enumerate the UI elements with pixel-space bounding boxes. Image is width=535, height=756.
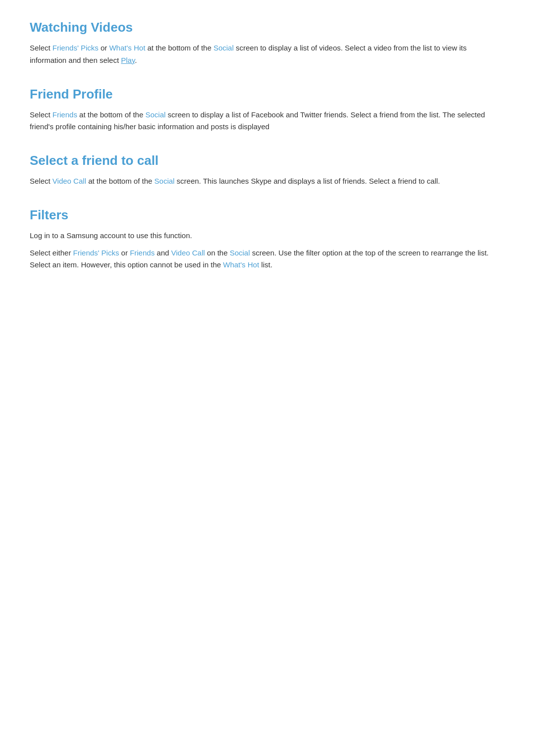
highlight-text: Video Call — [171, 249, 205, 257]
section-friend-profile: Friend ProfileSelect Friends at the bott… — [30, 87, 505, 134]
page-content: Watching VideosSelect Friends' Picks or … — [30, 20, 505, 271]
highlight-text: Social — [214, 44, 234, 52]
paragraph-friend-profile-0: Select Friends at the bottom of the Soci… — [30, 109, 505, 134]
section-title-friend-profile: Friend Profile — [30, 87, 505, 102]
highlight-text: Social — [155, 177, 175, 185]
highlight-text: Friends' Picks — [73, 249, 119, 257]
section-watching-videos: Watching VideosSelect Friends' Picks or … — [30, 20, 505, 67]
highlight-text: What's Hot — [109, 44, 145, 52]
section-body-watching-videos: Select Friends' Picks or What's Hot at t… — [30, 42, 505, 67]
paragraph-watching-videos-0: Select Friends' Picks or What's Hot at t… — [30, 42, 505, 67]
section-body-filters: Log in to a Samsung account to use this … — [30, 230, 505, 271]
highlight-text: Friends' Picks — [53, 44, 99, 52]
highlight-text: Video Call — [53, 177, 86, 185]
highlight-play-text: Play — [121, 56, 135, 64]
section-title-watching-videos: Watching Videos — [30, 20, 505, 35]
highlight-text: Social — [230, 249, 250, 257]
section-title-select-friend-to-call: Select a friend to call — [30, 153, 505, 168]
highlight-text: What's Hot — [223, 260, 259, 269]
highlight-text: Friends — [53, 110, 77, 119]
highlight-text: Social — [145, 110, 165, 119]
paragraph-filters-0: Log in to a Samsung account to use this … — [30, 230, 505, 242]
section-title-filters: Filters — [30, 207, 505, 223]
paragraph-filters-1: Select either Friends' Picks or Friends … — [30, 247, 505, 272]
highlight-text: Friends — [130, 249, 155, 257]
section-filters: FiltersLog in to a Samsung account to us… — [30, 207, 505, 271]
section-body-select-friend-to-call: Select Video Call at the bottom of the S… — [30, 175, 505, 188]
section-body-friend-profile: Select Friends at the bottom of the Soci… — [30, 109, 505, 134]
paragraph-select-friend-to-call-0: Select Video Call at the bottom of the S… — [30, 175, 505, 188]
section-select-friend-to-call: Select a friend to callSelect Video Call… — [30, 153, 505, 188]
